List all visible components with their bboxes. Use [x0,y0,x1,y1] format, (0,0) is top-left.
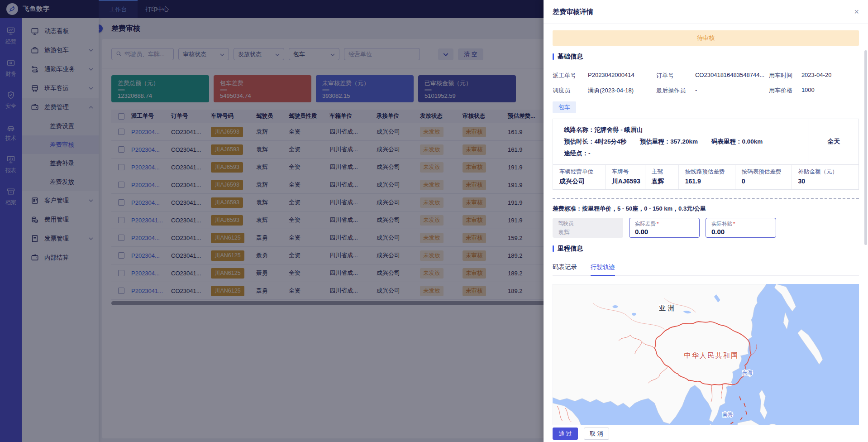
map-label-south-sea: 南海 [723,411,733,417]
vehicle-info-value: 30 [798,178,859,185]
driver-field-disabled: 驾驶员 袁辉 [553,218,623,238]
field-use-time: 用车时间2023-04-20 [769,72,859,80]
actual-subsidy-label: 实际补贴 [711,221,732,226]
approve-button[interactable]: 通 过 [553,428,578,440]
field-last-operator: 最后操作员- [656,86,769,95]
route-info-box: 线路名称：沱牌舍得 - 峨眉山 预估时长：4时25分4秒 预估里程：357.20… [553,119,859,165]
actual-expense-label: 实际差费 [635,221,656,226]
driving-track-map[interactable]: 亚洲 中华人民共和国 东海 南海 [553,284,859,425]
vehicle-info-value: 袁辉 [652,178,678,186]
section-title: 基础信息 [558,53,583,61]
close-icon[interactable]: × [854,8,859,16]
drawer-footer: 通 过 取 消 [544,425,868,442]
driver-field-label: 驾驶员 [558,220,618,227]
actual-subsidy-field: 实际补贴* [706,218,776,238]
vehicle-info-label: 按线路预估差费 [685,168,735,176]
field-dispatcher: 调度员满勇(2023-04-18) [553,86,656,95]
screen: 飞鱼数字 工作台 打印中心 经营 财务 安全 技术 报表 档 [0,0,868,442]
vehicle-info-box: 车辆经营单位 成兴公司 车牌号 川AJ6593 主驾 袁辉 按线路预估差费 16… [553,164,859,190]
driver-field-value: 袁辉 [558,228,618,236]
vehicle-info-value: 161.9 [685,178,735,185]
expense-standard-text: 差费标准：按里程单价，5 - 50座，0 - 150 km，0.3元/公里 [553,205,859,213]
vehicle-info-cell: 车辆经营单位 成兴公司 [553,165,605,189]
vehicle-info-label: 主驾 [652,168,678,176]
vehicle-info-label: 按码表预估差费 [742,168,792,176]
tab-driving-track[interactable]: 行驶轨迹 [591,263,615,271]
dashed-divider [553,198,859,199]
vehicle-info-cell: 车牌号 川AJ6593 [605,165,645,189]
actual-subsidy-input[interactable] [711,228,770,235]
actual-expense-field: 实际差费* [629,218,700,238]
vehicle-info-label: 补贴金额（元） [798,168,859,176]
expense-audit-drawer: 差费审核详情 × 待审核 基础信息 派工单号P2023042000414 订单号… [544,0,868,442]
section-mileage-info: 里程信息 [553,245,859,257]
section-marker [553,245,554,252]
required-asterisk: * [657,221,658,226]
required-asterisk: * [733,221,735,226]
field-dispatch-no: 派工单号P2023042000414 [553,72,656,80]
section-basic-info: 基础信息 [553,53,859,65]
map-label-asia: 亚洲 [659,304,676,312]
route-day-type: 全天 [809,119,858,164]
cancel-button[interactable]: 取 消 [584,428,609,440]
route-meter-distance: 码表里程：0.00km [711,138,763,145]
charter-tag[interactable]: 包车 [553,101,576,113]
vehicle-info-cell: 按码表预估差费 0 [735,165,792,189]
route-duration: 预估时长：4时25分4秒 [564,138,626,145]
vehicle-info-value: 成兴公司 [559,178,605,186]
vehicle-info-value: 0 [742,178,792,185]
status-badge: 待审核 [553,30,859,46]
section-marker [553,53,554,60]
tab-meter-record[interactable]: 码表记录 [553,263,577,271]
route-name: 线路名称：沱牌舍得 - 峨眉山 [564,124,798,136]
vehicle-info-label: 车辆经营单位 [559,168,605,176]
section-title: 里程信息 [558,245,583,253]
vehicle-info-value: 川AJ6593 [612,178,645,186]
drawer-title: 差费审核详情 [553,8,593,16]
drawer-scrollbar-thumb[interactable] [864,50,867,245]
vehicle-info-label: 车牌号 [612,168,645,176]
basic-info-grid: 派工单号P2023042000414 订单号CO2304181648354874… [553,72,859,95]
route-waypoints: 途经点：- [564,148,798,159]
field-vehicle-price: 用车价格1000 [769,86,859,95]
actual-expense-input[interactable] [635,228,694,235]
mileage-tabs: 码表记录 行驶轨迹 [553,263,859,276]
drawer-header: 差费审核详情 × [544,0,868,24]
map-label-east-sea: 东海 [742,370,753,375]
vehicle-info-cell: 按线路预估差费 161.9 [678,165,735,189]
drawer-body: 待审核 基础信息 派工单号P2023042000414 订单号CO2304181… [544,24,868,425]
map-label-china: 中华人民共和国 [684,351,739,359]
route-details: 线路名称：沱牌舍得 - 峨眉山 预估时长：4时25分4秒 预估里程：357.20… [553,119,809,164]
vehicle-info-cell: 主驾 袁辉 [645,165,678,189]
vehicle-info-cell: 补贴金额（元） 30 [792,165,859,189]
route-distance: 预估里程：357.20km [640,138,698,145]
route-metrics: 预估时长：4时25分4秒 预估里程：357.20km 码表里程：0.00km [564,136,798,148]
audit-inputs-row: 驾驶员 袁辉 实际差费* 实际补贴* [553,218,859,238]
field-order-no: 订单号CO23041816483548744... [656,72,769,80]
